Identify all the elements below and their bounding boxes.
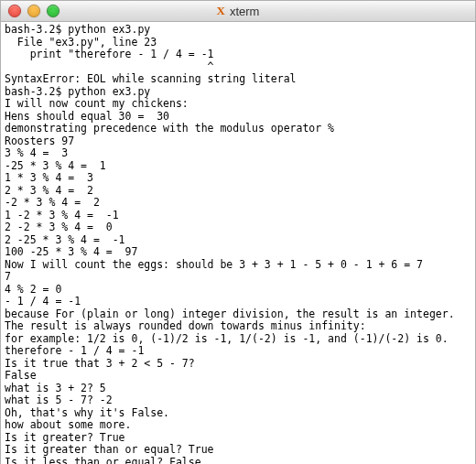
terminal-line: 7 xyxy=(5,270,11,283)
terminal-line: 2 * 3 % 4 = 2 xyxy=(5,184,93,197)
xterm-window: X xterm bash-3.2$ python ex3.py File "ex… xyxy=(0,0,476,464)
terminal-line: Oh, that's why it's False. xyxy=(5,406,169,419)
terminal-line: SyntaxError: EOL while scanning string l… xyxy=(5,72,297,85)
terminal-line: Is it less than or equal? False xyxy=(5,456,201,465)
terminal-line: 100 -25 * 3 % 4 = 97 xyxy=(5,245,137,258)
terminal-line: because For (plain or long) integer divi… xyxy=(5,308,455,320)
terminal-line: Hens should equal 30 = 30 xyxy=(5,110,169,123)
terminal-line: how about some more. xyxy=(5,418,131,431)
terminal-line: 1 -2 * 3 % 4 = -1 xyxy=(5,209,119,221)
terminal-line: what is 5 - 7? -2 xyxy=(5,394,113,406)
terminal-line: bash-3.2$ python ex3.py xyxy=(5,85,150,98)
terminal-line: Now I will count the eggs: should be 3 +… xyxy=(5,258,423,271)
maximize-icon[interactable] xyxy=(47,5,60,17)
terminal-line: Is it greater than or equal? True xyxy=(5,443,213,456)
terminal-line: Is it true that 3 + 2 < 5 - 7? xyxy=(5,357,195,370)
terminal-line: File "ex3.py", line 23 xyxy=(5,36,157,49)
terminal-line: what is 3 + 2? 5 xyxy=(5,382,106,394)
terminal-line: print "therefore - 1 / 4 = -1 xyxy=(5,48,213,60)
terminal-line: bash-3.2$ python ex3.py xyxy=(5,23,150,36)
terminal-line: 4 % 2 = 0 xyxy=(5,283,61,296)
window-title: xterm xyxy=(230,5,260,18)
terminal-line: I will now count my chickens: xyxy=(5,97,189,110)
terminal-line: 2 -25 * 3 % 4 = -1 xyxy=(5,233,125,246)
terminal-line: - 1 / 4 = -1 xyxy=(5,295,81,308)
terminal-line: 1 * 3 % 4 = 3 xyxy=(5,171,93,184)
terminal-line: The result is always rounded down toward… xyxy=(5,319,366,332)
terminal-line: False xyxy=(5,369,37,382)
x11-icon: X xyxy=(217,4,225,18)
terminal-line: 3 % 4 = 3 xyxy=(5,146,68,159)
traffic-lights xyxy=(1,5,60,17)
terminal-line: 2 -2 * 3 % 4 = 0 xyxy=(5,221,113,233)
terminal-line: -2 * 3 % 4 = 2 xyxy=(5,196,100,209)
terminal-line: therefore - 1 / 4 = -1 xyxy=(5,344,144,357)
close-icon[interactable] xyxy=(8,5,21,17)
minimize-icon[interactable] xyxy=(27,5,40,17)
terminal-line: Roosters 97 xyxy=(5,135,74,147)
window-title-area: X xterm xyxy=(1,1,475,21)
terminal-line: -25 * 3 % 4 = 1 xyxy=(5,159,106,172)
titlebar[interactable]: X xterm xyxy=(1,1,475,22)
terminal-line: demonstrating precedence with the modulu… xyxy=(5,122,334,135)
terminal-line: Is it greater? True xyxy=(5,431,125,444)
terminal-output[interactable]: bash-3.2$ python ex3.py File "ex3.py", l… xyxy=(1,22,475,464)
terminal-line: for example: 1/2 is 0, (-1)/2 is -1, 1/(… xyxy=(5,332,449,345)
terminal-line: ^ xyxy=(5,60,213,73)
